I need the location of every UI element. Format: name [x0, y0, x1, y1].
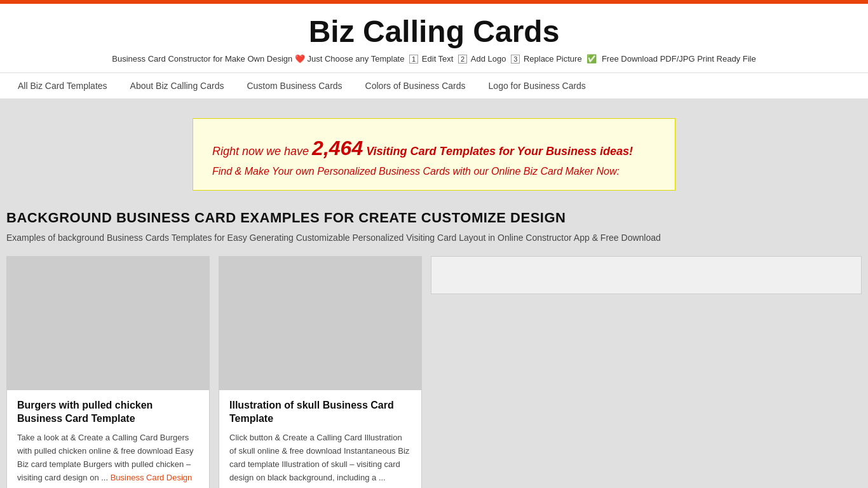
- card-2-image: [219, 257, 421, 390]
- subtitle-end: Free Download PDF/JPG Print Ready File: [602, 54, 756, 64]
- promo-number: 2,464: [312, 137, 363, 159]
- content-area: Right now we have 2,464 Visiting Card Te…: [0, 99, 868, 488]
- nav-item-all-templates[interactable]: All Biz Card Templates: [6, 73, 119, 98]
- promo-prefix: Right now we have: [212, 145, 309, 158]
- step1-label: Edit Text: [422, 54, 454, 64]
- site-header: Biz Calling Cards Business Card Construc…: [0, 4, 868, 72]
- nav-item-logo[interactable]: Logo for Business Cards: [477, 73, 597, 98]
- card-2-read-more[interactable]: Business: [229, 486, 263, 488]
- promo-suffix: Visiting Card Templates for Your Busines…: [366, 145, 633, 158]
- card-1-desc: Take a look at & Create a Calling Card B…: [17, 431, 199, 488]
- section-description: Examples of background Business Cards Te…: [6, 231, 862, 245]
- check-icon: ✅: [587, 54, 597, 64]
- section-title: Background Business Card Examples for Cr…: [6, 210, 862, 226]
- step3-badge: 3: [511, 55, 520, 64]
- page-wrapper: Right now we have 2,464 Visiting Card Te…: [0, 118, 868, 488]
- subtitle-middle: Just Choose any Template: [308, 54, 405, 64]
- nav-item-custom[interactable]: Custom Business Cards: [235, 73, 353, 98]
- heart-icon: ❤️: [295, 54, 305, 64]
- step1-badge: 1: [409, 55, 418, 64]
- nav-item-about[interactable]: About Biz Calling Cards: [119, 73, 236, 98]
- step2-badge: 2: [458, 55, 467, 64]
- card-2: Illustration of skull Business Card Temp…: [219, 256, 422, 488]
- card-2-title: Illustration of skull Business Card Temp…: [229, 399, 411, 426]
- card-1-title: Burgers with pulled chicken Business Car…: [17, 399, 199, 426]
- subtitle-prefix: Business Card Constructor for Make Own D…: [112, 54, 292, 64]
- ad-box: [431, 256, 862, 294]
- promo-text-line2: Find & Make Your own Personalized Busine…: [212, 166, 656, 177]
- card-2-body: Illustration of skull Business Card Temp…: [219, 390, 421, 488]
- card-2-desc: Click button & Create a Calling Card Ill…: [229, 431, 411, 488]
- site-subtitle: Business Card Constructor for Make Own D…: [13, 54, 855, 64]
- main-nav: All Biz Card Templates About Biz Calling…: [0, 72, 868, 99]
- step3-label: Replace Picture: [524, 54, 582, 64]
- promo-text-line1: Right now we have 2,464 Visiting Card Te…: [212, 133, 656, 163]
- promo-banner: Right now we have 2,464 Visiting Card Te…: [193, 118, 675, 191]
- card-1: Burgers with pulled chicken Business Car…: [6, 256, 210, 488]
- cards-grid: Burgers with pulled chicken Business Car…: [6, 256, 862, 488]
- card-2-desc-text: Click button & Create a Calling Card Ill…: [229, 433, 409, 482]
- nav-item-colors[interactable]: Colors of Business Cards: [354, 73, 477, 98]
- card-1-body: Burgers with pulled chicken Business Car…: [7, 390, 209, 488]
- site-title: Biz Calling Cards: [13, 15, 855, 49]
- ad-column: [431, 256, 862, 301]
- card-1-image: [7, 257, 209, 390]
- step2-label: Add Logo: [471, 54, 506, 64]
